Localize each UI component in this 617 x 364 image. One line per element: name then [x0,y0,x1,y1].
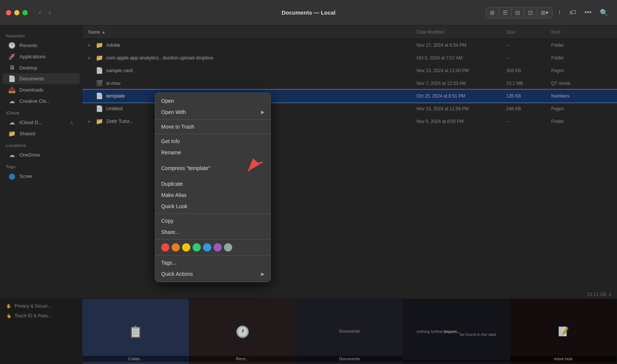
file-row[interactable]: ▶ 🎬 sr.mov Nov 7, 2024 at 12:33 AM 15.1 … [82,77,617,90]
view-gallery-button[interactable]: ⊡ [524,7,537,18]
thumb-bg: Documents [296,299,403,364]
col-header-date[interactable]: Date Modified [417,30,506,35]
file-row[interactable]: ▶ 📄 sample card Nov 13, 2024 at 11:00 PM… [82,64,617,77]
color-tag-orange[interactable] [172,243,180,252]
thumb-documents[interactable]: Documents Documents [296,299,403,364]
sidebar-item-screen-tag-label: Scree [19,173,32,179]
file-row[interactable]: ▶ 📁 com.apple.app-analytics...duction.up… [82,52,617,64]
color-tag-purple[interactable] [214,243,222,252]
sidebar-item-recents[interactable]: 🕐 Recents [2,40,80,51]
shared-icon: 📁 [8,130,16,137]
file-kind: Folder [551,55,611,61]
sidebar-item-screen-tag[interactable]: ⬤ Scree [2,171,80,182]
color-tag-blue[interactable] [203,243,211,252]
thumb-bg: 📋 [82,299,189,364]
expand-arrow: ▶ [88,68,93,73]
file-size: -- [506,43,551,48]
menu-item-compress[interactable]: Compress "template" [155,158,270,178]
share-button[interactable]: ↑ [555,6,564,19]
color-tag-red[interactable] [161,243,169,252]
menu-item-move-to-trash[interactable]: Move to Trash [155,121,270,132]
nav-arrows: ‹ › [37,7,53,18]
folder-icon: 📁 [96,54,103,61]
sidebar-item-documents[interactable]: 📄 Documents [2,73,80,84]
finder-window: ‹ › Documents — Local ⊞ ☰ ⊟ ⊡ ⊞▾ ↑ 🏷 •••… [0,0,617,364]
touchid-item[interactable]: 👆 Touch ID & Pass... [3,312,79,320]
menu-item-open-with[interactable]: Open With ▶ [155,107,270,118]
col-header-name[interactable]: Name ▲ [88,30,417,35]
menu-label-compress: Compress "template" [161,165,210,171]
search-button[interactable]: 🔍 [597,6,611,19]
menu-item-quick-look[interactable]: Quick Look [155,201,270,212]
sidebar-item-icloud-drive[interactable]: ☁ iCloud D... ⚠ [2,117,80,128]
applications-icon: 🚀 [8,53,16,60]
col-header-size[interactable]: Size [506,30,551,35]
menu-label-duplicate: Duplicate [161,181,183,187]
thumb-collab[interactable]: 📋 Collab... [82,299,189,364]
sort-indicator: ▲ [102,30,105,34]
file-kind: Folder [551,119,611,124]
color-tag-yellow[interactable] [182,243,190,252]
sidebar-item-desktop[interactable]: 🖥 Desktop [2,62,80,73]
view-switcher: ⊞ ☰ ⊟ ⊡ ⊞▾ [486,7,553,18]
info-icon[interactable]: ℹ [609,292,611,297]
expand-arrow: ▶ [88,119,93,123]
file-date: Nov 13, 2024 at 11:58 PM [417,106,506,111]
privacy-item[interactable]: ✋ Privacy & Securi... [3,302,79,310]
movie-icon: 🎬 [96,80,103,87]
menu-item-tags[interactable]: Tags... [155,257,270,268]
menu-item-rename[interactable]: Rename [155,147,270,158]
back-button[interactable]: ‹ [37,7,43,18]
tag-button[interactable]: 🏷 [567,6,579,19]
menu-item-duplicate[interactable]: Duplicate [155,178,270,189]
file-size: 15.1 MB [506,81,551,86]
thumb-recents[interactable]: 🕐 Rece... [189,299,296,364]
context-menu: Open Open With ▶ Move to Trash Get Info … [155,93,271,282]
file-name-cell: ▶ 🎬 sr.mov [88,80,417,87]
toolbar-right: ⊞ ☰ ⊟ ⊡ ⊞▾ ↑ 🏷 ••• 🔍 [486,6,611,19]
menu-separator [155,213,270,214]
file-kind: Folder [551,43,611,48]
menu-item-make-alias[interactable]: Make Alias [155,189,270,201]
thumb-import[interactable]: nothing further. Import...be found in th… [403,299,510,364]
sidebar-item-onedrive[interactable]: ☁ OneDrive [2,149,80,160]
expand-arrow: ▶ [88,43,93,47]
col-header-kind[interactable]: Kind [551,30,611,35]
file-name: Untitled [106,106,123,111]
menu-item-quick-actions[interactable]: Quick Actions ▶ [155,268,270,280]
pages-icon: 📄 [96,105,103,112]
forward-button[interactable]: › [46,7,53,18]
menu-label-quick-look: Quick Look [161,203,187,209]
menu-item-get-info[interactable]: Get Info [155,136,270,147]
view-list-button[interactable]: ☰ [499,7,512,18]
color-tag-green[interactable] [193,243,201,252]
menu-label-quick-actions: Quick Actions [161,271,193,277]
sidebar-item-applications[interactable]: 🚀 Applications [2,51,80,62]
color-tag-gray[interactable] [224,243,232,252]
maximize-button[interactable] [22,10,28,15]
sidebar-item-downloads[interactable]: 📥 Downloads [2,84,80,95]
minimize-button[interactable] [14,10,19,15]
menu-item-open[interactable]: Open [155,95,270,107]
view-more-button[interactable]: ⊞▾ [537,7,552,18]
close-button[interactable] [6,10,11,15]
file-row[interactable]: ▶ 📁 Adobe Nov 17, 2024 at 6:54 PM -- Fol… [82,39,617,52]
more-options-button[interactable]: ••• [581,6,595,19]
view-icon-button[interactable]: ⊞ [486,7,499,18]
sidebar-item-downloads-label: Downloads [19,87,43,93]
sidebar-item-recents-label: Recents [19,43,37,48]
pages-icon: 📄 [96,67,103,74]
icloud-warning-icon: ⚠ [70,120,74,125]
icloud-drive-icon: ☁ [8,119,16,126]
thumb-leave-task[interactable]: 📝 leave task [510,299,617,364]
sidebar-item-shared[interactable]: 📁 Shared [2,128,80,139]
thumb-bg: 🕐 [189,299,296,364]
menu-separator [155,239,270,240]
menu-item-copy[interactable]: Copy [155,215,270,226]
sidebar-item-creative-cloud[interactable]: ☁ Creative Clo... [2,96,80,107]
menu-item-share[interactable]: Share... [155,226,270,238]
view-columns-button[interactable]: ⊟ [512,7,524,18]
favorites-section-title: Favorites [0,30,82,40]
menu-label-share: Share... [161,229,179,235]
icloud-section-title: iCloud [0,107,82,117]
